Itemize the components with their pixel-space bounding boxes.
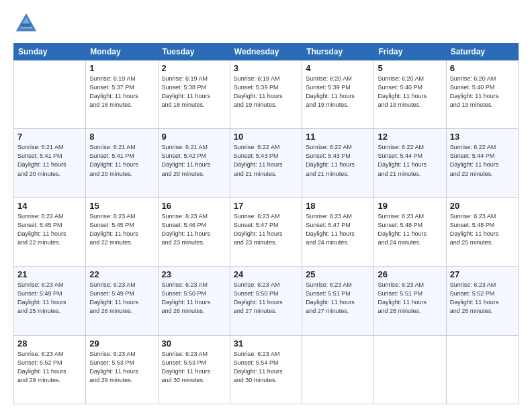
day-info: Sunrise: 6:23 AMSunset: 5:48 PMDaylight:… — [378, 212, 442, 247]
calendar-week-5: 28Sunrise: 6:23 AMSunset: 5:52 PMDayligh… — [14, 335, 519, 404]
day-number: 19 — [378, 201, 442, 211]
day-number: 9 — [162, 132, 226, 142]
calendar-cell: 3Sunrise: 6:19 AMSunset: 5:39 PMDaylight… — [230, 60, 302, 129]
calendar-cell: 8Sunrise: 6:21 AMSunset: 5:41 PMDaylight… — [86, 129, 158, 197]
calendar-cell — [14, 60, 86, 129]
logo — [13, 11, 42, 36]
weekday-header-saturday: Saturday — [446, 44, 518, 60]
day-info: Sunrise: 6:22 AMSunset: 5:45 PMDaylight:… — [17, 212, 82, 247]
day-number: 21 — [17, 269, 82, 279]
day-info: Sunrise: 6:22 AMSunset: 5:43 PMDaylight:… — [234, 143, 298, 178]
calendar-header-row: SundayMondayTuesdayWednesdayThursdayFrid… — [14, 44, 519, 60]
calendar-cell: 10Sunrise: 6:22 AMSunset: 5:43 PMDayligh… — [230, 129, 302, 197]
day-number: 15 — [89, 201, 154, 211]
day-number: 3 — [234, 63, 298, 73]
calendar-week-4: 21Sunrise: 6:23 AMSunset: 5:49 PMDayligh… — [14, 267, 519, 335]
day-number: 18 — [306, 201, 370, 211]
calendar-cell: 21Sunrise: 6:23 AMSunset: 5:49 PMDayligh… — [14, 267, 86, 335]
day-number: 24 — [234, 269, 298, 279]
calendar-week-2: 7Sunrise: 6:21 AMSunset: 5:41 PMDaylight… — [14, 129, 519, 197]
weekday-header-friday: Friday — [374, 44, 446, 60]
calendar-week-1: 1Sunrise: 6:19 AMSunset: 5:37 PMDaylight… — [14, 60, 519, 129]
calendar-cell — [446, 335, 518, 404]
calendar-cell: 14Sunrise: 6:22 AMSunset: 5:45 PMDayligh… — [14, 197, 86, 266]
day-info: Sunrise: 6:20 AMSunset: 5:40 PMDaylight:… — [450, 75, 515, 109]
day-number: 16 — [162, 201, 226, 211]
day-info: Sunrise: 6:22 AMSunset: 5:44 PMDaylight:… — [450, 143, 515, 178]
day-number: 5 — [378, 63, 442, 73]
day-info: Sunrise: 6:23 AMSunset: 5:54 PMDaylight:… — [234, 350, 298, 385]
day-number: 14 — [17, 201, 82, 211]
calendar-cell: 17Sunrise: 6:23 AMSunset: 5:47 PMDayligh… — [230, 197, 302, 266]
day-info: Sunrise: 6:21 AMSunset: 5:42 PMDaylight:… — [162, 143, 226, 178]
day-info: Sunrise: 6:23 AMSunset: 5:51 PMDaylight:… — [306, 281, 370, 316]
calendar-cell: 2Sunrise: 6:19 AMSunset: 5:38 PMDaylight… — [158, 60, 230, 129]
calendar-cell: 25Sunrise: 6:23 AMSunset: 5:51 PMDayligh… — [302, 267, 374, 335]
calendar-cell: 16Sunrise: 6:23 AMSunset: 5:46 PMDayligh… — [158, 197, 230, 266]
day-number: 25 — [306, 269, 370, 279]
calendar-cell: 23Sunrise: 6:23 AMSunset: 5:50 PMDayligh… — [158, 267, 230, 335]
page: SundayMondayTuesdayWednesdayThursdayFrid… — [0, 0, 532, 411]
weekday-header-sunday: Sunday — [14, 44, 86, 60]
calendar-cell: 24Sunrise: 6:23 AMSunset: 5:50 PMDayligh… — [230, 267, 302, 335]
calendar-cell: 18Sunrise: 6:23 AMSunset: 5:47 PMDayligh… — [302, 197, 374, 266]
calendar-cell: 19Sunrise: 6:23 AMSunset: 5:48 PMDayligh… — [374, 197, 446, 266]
calendar-cell: 15Sunrise: 6:23 AMSunset: 5:45 PMDayligh… — [86, 197, 158, 266]
day-info: Sunrise: 6:21 AMSunset: 5:41 PMDaylight:… — [17, 143, 82, 178]
day-number: 7 — [17, 132, 82, 142]
day-number: 22 — [89, 269, 154, 279]
day-info: Sunrise: 6:19 AMSunset: 5:39 PMDaylight:… — [234, 75, 298, 109]
calendar-cell: 12Sunrise: 6:22 AMSunset: 5:44 PMDayligh… — [374, 129, 446, 197]
day-number: 8 — [89, 132, 154, 142]
svg-rect-2 — [21, 24, 31, 27]
calendar-cell: 26Sunrise: 6:23 AMSunset: 5:51 PMDayligh… — [374, 267, 446, 335]
day-number: 26 — [378, 269, 442, 279]
day-number: 13 — [450, 132, 515, 142]
calendar-cell: 9Sunrise: 6:21 AMSunset: 5:42 PMDaylight… — [158, 129, 230, 197]
day-info: Sunrise: 6:23 AMSunset: 5:47 PMDaylight:… — [234, 212, 298, 247]
day-info: Sunrise: 6:20 AMSunset: 5:39 PMDaylight:… — [306, 75, 370, 109]
calendar-cell: 20Sunrise: 6:23 AMSunset: 5:48 PMDayligh… — [446, 197, 518, 266]
day-info: Sunrise: 6:23 AMSunset: 5:53 PMDaylight:… — [162, 350, 226, 385]
day-number: 12 — [378, 132, 442, 142]
day-info: Sunrise: 6:23 AMSunset: 5:47 PMDaylight:… — [306, 212, 370, 247]
day-number: 4 — [306, 63, 370, 73]
day-info: Sunrise: 6:19 AMSunset: 5:37 PMDaylight:… — [89, 75, 154, 109]
day-number: 1 — [89, 63, 154, 73]
day-info: Sunrise: 6:23 AMSunset: 5:52 PMDaylight:… — [450, 281, 515, 316]
day-number: 30 — [162, 338, 226, 349]
calendar-cell: 7Sunrise: 6:21 AMSunset: 5:41 PMDaylight… — [14, 129, 86, 197]
calendar-cell: 30Sunrise: 6:23 AMSunset: 5:53 PMDayligh… — [158, 335, 230, 404]
day-number: 29 — [89, 338, 154, 349]
day-info: Sunrise: 6:20 AMSunset: 5:40 PMDaylight:… — [378, 75, 442, 109]
calendar-cell — [302, 335, 374, 404]
day-number: 28 — [17, 338, 82, 349]
day-info: Sunrise: 6:21 AMSunset: 5:41 PMDaylight:… — [89, 143, 154, 178]
calendar-week-3: 14Sunrise: 6:22 AMSunset: 5:45 PMDayligh… — [14, 197, 519, 266]
day-info: Sunrise: 6:23 AMSunset: 5:51 PMDaylight:… — [378, 281, 442, 316]
day-number: 11 — [306, 132, 370, 142]
day-info: Sunrise: 6:23 AMSunset: 5:48 PMDaylight:… — [450, 212, 515, 247]
day-info: Sunrise: 6:23 AMSunset: 5:52 PMDaylight:… — [17, 350, 82, 385]
calendar-cell: 4Sunrise: 6:20 AMSunset: 5:39 PMDaylight… — [302, 60, 374, 129]
day-info: Sunrise: 6:23 AMSunset: 5:49 PMDaylight:… — [89, 281, 154, 316]
calendar-cell: 1Sunrise: 6:19 AMSunset: 5:37 PMDaylight… — [86, 60, 158, 129]
day-number: 2 — [162, 63, 226, 73]
calendar-cell: 31Sunrise: 6:23 AMSunset: 5:54 PMDayligh… — [230, 335, 302, 404]
weekday-header-thursday: Thursday — [302, 44, 374, 60]
calendar-cell: 29Sunrise: 6:23 AMSunset: 5:53 PMDayligh… — [86, 335, 158, 404]
calendar-cell: 6Sunrise: 6:20 AMSunset: 5:40 PMDaylight… — [446, 60, 518, 129]
calendar-cell: 11Sunrise: 6:22 AMSunset: 5:43 PMDayligh… — [302, 129, 374, 197]
day-info: Sunrise: 6:23 AMSunset: 5:46 PMDaylight:… — [162, 212, 226, 247]
day-info: Sunrise: 6:19 AMSunset: 5:38 PMDaylight:… — [162, 75, 226, 109]
weekday-header-tuesday: Tuesday — [158, 44, 230, 60]
logo-icon — [13, 11, 39, 36]
day-info: Sunrise: 6:23 AMSunset: 5:50 PMDaylight:… — [162, 281, 226, 316]
calendar-cell — [374, 335, 446, 404]
calendar-cell: 28Sunrise: 6:23 AMSunset: 5:52 PMDayligh… — [14, 335, 86, 404]
day-number: 10 — [234, 132, 298, 142]
weekday-header-wednesday: Wednesday — [230, 44, 302, 60]
header — [13, 11, 519, 36]
day-info: Sunrise: 6:23 AMSunset: 5:53 PMDaylight:… — [89, 350, 154, 385]
day-number: 20 — [450, 201, 515, 211]
